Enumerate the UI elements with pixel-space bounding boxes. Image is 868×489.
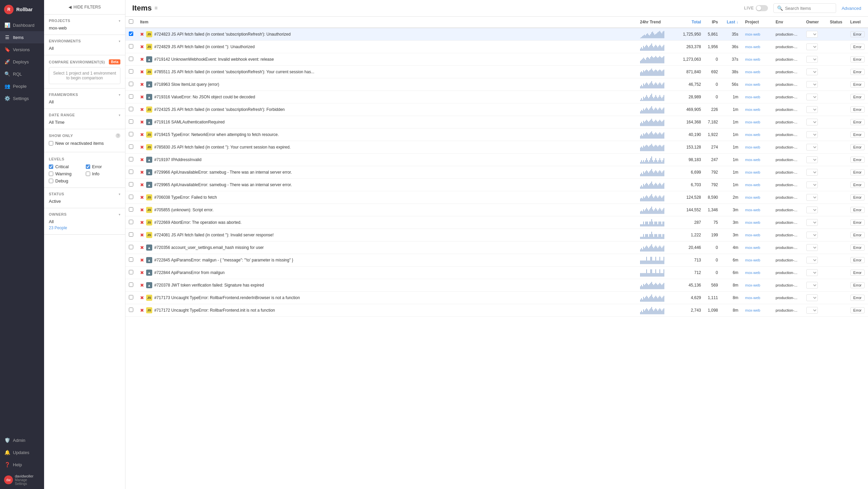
item-name[interactable]: #724081 JS API fetch failed (in context … <box>154 233 274 237</box>
sidebar-item-dashboard[interactable]: 📊 Dashboard <box>0 19 44 31</box>
debug-checkbox[interactable] <box>49 179 53 183</box>
item-name[interactable]: #718963 Slow ItemList query (error) <box>154 82 219 87</box>
item-name[interactable]: #729966 ApiUnavailableError: samebug - T… <box>154 170 292 175</box>
row-checkbox[interactable] <box>129 232 133 237</box>
search-input[interactable] <box>785 6 832 11</box>
chevron-down-icon[interactable]: ▾ <box>119 113 120 117</box>
owner-dropdown[interactable] <box>806 94 818 100</box>
project-value[interactable]: mox-web <box>745 208 761 212</box>
sidebar-item-versions[interactable]: 🔖 Versions <box>0 43 44 56</box>
sidebar-item-updates[interactable]: 🔔 Updates <box>0 446 44 458</box>
owner-dropdown[interactable] <box>806 244 818 251</box>
project-value[interactable]: mox-web <box>745 308 761 312</box>
user-menu[interactable]: dw davidwoller Manage Settings <box>0 471 44 489</box>
item-name[interactable]: #729965 ApiUnavailableError: samebug - T… <box>154 182 292 187</box>
row-checkbox[interactable] <box>129 82 133 86</box>
hide-filters-button[interactable]: ◀ HIDE FILTERS <box>44 0 125 15</box>
warning-checkbox[interactable] <box>49 172 53 176</box>
project-value[interactable]: mox-web <box>745 183 761 187</box>
error-checkbox[interactable] <box>86 164 90 169</box>
row-checkbox[interactable] <box>129 132 133 136</box>
environments-value[interactable]: All <box>49 46 120 51</box>
item-name[interactable]: #719116 SAMLAuthenticationRequired <box>154 120 224 124</box>
project-value[interactable]: mox-web <box>745 70 761 74</box>
sidebar-item-settings[interactable]: ⚙️ Settings <box>0 92 44 104</box>
live-toggle[interactable] <box>756 5 768 11</box>
sidebar-item-deploys[interactable]: 🚀 Deploys <box>0 56 44 68</box>
item-name[interactable]: #720378 JWT token verification failed: S… <box>154 283 264 288</box>
people-count[interactable]: 23 People <box>49 226 120 230</box>
row-checkbox[interactable] <box>129 295 133 299</box>
owner-dropdown[interactable] <box>806 43 818 50</box>
last-column-header[interactable]: Last ↓ <box>722 17 742 28</box>
owners-value[interactable]: All <box>49 219 120 224</box>
owner-dropdown[interactable] <box>806 294 818 301</box>
project-value[interactable]: mox-web <box>745 195 761 199</box>
row-checkbox[interactable] <box>129 44 133 48</box>
sidebar-item-items[interactable]: ☰ Items <box>0 31 44 43</box>
chevron-down-icon[interactable]: ▾ <box>119 192 120 196</box>
row-checkbox[interactable] <box>129 94 133 99</box>
row-checkbox[interactable] <box>129 195 133 199</box>
owner-dropdown[interactable] <box>806 144 818 151</box>
row-checkbox[interactable] <box>129 32 133 36</box>
project-value[interactable]: mox-web <box>745 296 761 300</box>
owner-dropdown[interactable] <box>806 269 818 276</box>
date-range-value[interactable]: All Time <box>49 120 120 125</box>
show-only-info-icon[interactable]: ? <box>116 133 120 138</box>
item-name[interactable]: #722844 ApiParamsError from mailgun <box>154 270 224 275</box>
project-value[interactable]: mox-web <box>745 271 761 275</box>
owner-dropdown[interactable] <box>806 181 818 188</box>
owner-dropdown[interactable] <box>806 219 818 226</box>
project-value[interactable]: mox-web <box>745 145 761 149</box>
owner-dropdown[interactable] <box>806 169 818 176</box>
owner-dropdown[interactable] <box>806 232 818 238</box>
item-name[interactable]: #785830 JS API fetch failed (in context … <box>154 145 291 150</box>
project-value[interactable]: mox-web <box>745 220 761 224</box>
project-value[interactable]: mox-web <box>745 233 761 237</box>
item-name[interactable]: #719142 UnknownWebhookEvent: Invalid web… <box>154 57 274 62</box>
owner-dropdown[interactable] <box>806 207 818 213</box>
project-value[interactable]: mox-web <box>745 32 761 36</box>
item-name[interactable]: #785511 JS API fetch failed (in context … <box>154 70 314 74</box>
project-value[interactable]: mox-web <box>745 45 761 49</box>
sidebar-item-help[interactable]: ❓ Help <box>0 458 44 471</box>
owner-dropdown[interactable] <box>806 307 818 314</box>
critical-checkbox[interactable] <box>49 164 53 169</box>
project-value[interactable]: mox-web <box>745 258 761 262</box>
owner-dropdown[interactable] <box>806 81 818 88</box>
owner-dropdown[interactable] <box>806 69 818 75</box>
item-name[interactable]: #720356 account_user_settings.email_hash… <box>154 245 264 250</box>
item-name[interactable]: #719415 TypeError: NetworkError when att… <box>154 132 279 137</box>
item-name[interactable]: #705855 (unknown): Script error. <box>154 208 214 212</box>
row-checkbox[interactable] <box>129 69 133 74</box>
projects-value[interactable]: mox-web <box>49 25 120 31</box>
row-checkbox[interactable] <box>129 270 133 274</box>
project-value[interactable]: mox-web <box>745 158 761 162</box>
owner-dropdown[interactable] <box>806 257 818 263</box>
owner-dropdown[interactable] <box>806 106 818 113</box>
row-checkbox[interactable] <box>129 207 133 212</box>
row-checkbox[interactable] <box>129 157 133 161</box>
row-checkbox[interactable] <box>129 119 133 124</box>
project-value[interactable]: mox-web <box>745 82 761 86</box>
project-value[interactable]: mox-web <box>745 133 761 137</box>
project-value[interactable]: mox-web <box>745 57 761 61</box>
new-reactivated-checkbox[interactable] <box>49 141 53 145</box>
select-all-checkbox[interactable] <box>129 19 133 24</box>
frameworks-value[interactable]: All <box>49 99 120 104</box>
row-checkbox[interactable] <box>129 220 133 224</box>
project-value[interactable]: mox-web <box>745 107 761 112</box>
row-checkbox[interactable] <box>129 245 133 249</box>
project-value[interactable]: mox-web <box>745 95 761 99</box>
item-name[interactable]: #724823 JS API fetch failed (in context … <box>154 32 291 37</box>
list-view-icon[interactable]: ≡ <box>154 5 157 11</box>
row-checkbox[interactable] <box>129 257 133 262</box>
status-value[interactable]: Active <box>49 199 120 204</box>
row-checkbox[interactable] <box>129 182 133 187</box>
item-name[interactable]: #722669 AbortError: The operation was ab… <box>154 220 241 225</box>
item-name[interactable]: #724325 JS API fetch failed (in context … <box>154 107 285 112</box>
total-column-header[interactable]: Total <box>677 17 705 28</box>
owner-dropdown[interactable] <box>806 119 818 125</box>
owner-dropdown[interactable] <box>806 194 818 201</box>
